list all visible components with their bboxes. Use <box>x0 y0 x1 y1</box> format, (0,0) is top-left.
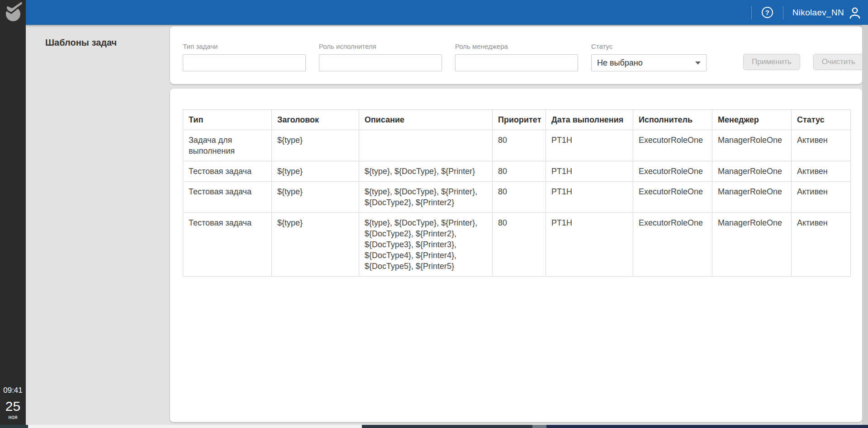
table-cell: ExecutorRoleOne <box>633 213 712 277</box>
table-cell: PT1H <box>546 161 633 182</box>
table-column-header: Исполнитель <box>633 110 712 130</box>
filter-manager-role: Роль менеджера <box>455 42 578 71</box>
task-type-input[interactable] <box>183 54 306 71</box>
table-cell: ${type} <box>272 130 359 161</box>
taskbar-segment <box>28 425 362 428</box>
table-row[interactable]: Тестовая задача${type}${type}, ${DocType… <box>183 213 851 277</box>
clock-month: ноя <box>0 414 26 420</box>
table-cell: ${type}, ${DocType}, ${Printer}, ${DocTy… <box>359 213 493 277</box>
filter-status: Статус Не выбрано <box>591 42 707 71</box>
table-column-header: Статус <box>792 110 851 130</box>
table-cell: PT1H <box>546 213 633 277</box>
table-cell: PT1H <box>546 182 633 213</box>
username-label: Nikolaev_NN <box>792 8 844 18</box>
status-select-value: Не выбрано <box>597 58 643 68</box>
taskbar[interactable] <box>0 425 868 428</box>
filter-panel: Тип задачи Роль исполнителя Роль менедже… <box>170 26 862 84</box>
apply-button[interactable]: Применить <box>743 54 800 70</box>
templates-table-panel: ТипЗаголовокОписаниеПриоритетДата выполн… <box>170 89 862 422</box>
table-column-header: Тип <box>183 110 272 130</box>
filter-executor-role-label: Роль исполнителя <box>319 42 442 50</box>
topbar: ? Nikolaev_NN <box>26 0 868 25</box>
table-cell: ManagerRoleOne <box>712 130 792 161</box>
table-column-header: Менеджер <box>712 110 792 130</box>
vertical-scrollbar[interactable] <box>862 25 868 425</box>
table-cell: 80 <box>493 213 546 277</box>
table-cell: ManagerRoleOne <box>712 161 792 182</box>
table-row[interactable]: Тестовая задача${type}${type}, ${DocType… <box>183 161 851 182</box>
table-row[interactable]: Задача для выполнения${type}80PT1HExecut… <box>183 130 851 161</box>
filter-task-type-label: Тип задачи <box>183 42 306 50</box>
templates-table: ТипЗаголовокОписаниеПриоритетДата выполн… <box>183 109 851 277</box>
taskbar-segment <box>546 425 868 428</box>
app-logo[interactable] <box>0 0 26 25</box>
table-cell: ExecutorRoleOne <box>633 161 712 182</box>
table-cell: ExecutorRoleOne <box>633 130 712 161</box>
table-cell: 80 <box>493 130 546 161</box>
chevron-down-icon <box>695 61 701 65</box>
table-cell: ${type} <box>272 213 359 277</box>
table-cell: ${type} <box>272 182 359 213</box>
table-cell: ${type} <box>272 161 359 182</box>
table-cell: Активен <box>792 213 851 277</box>
table-cell: Активен <box>792 182 851 213</box>
status-select[interactable]: Не выбрано <box>591 54 707 71</box>
manager-role-input[interactable] <box>455 54 578 71</box>
taskbar-segment <box>362 425 532 428</box>
table-cell: ${type}, ${DocType}, ${Printer}, ${DocTy… <box>359 182 493 213</box>
sberbank-logo-icon <box>3 2 23 23</box>
table-cell: Тестовая задача <box>183 182 272 213</box>
table-column-header: Приоритет <box>493 110 546 130</box>
filter-status-label: Статус <box>591 42 707 50</box>
filter-task-type: Тип задачи <box>183 42 306 71</box>
taskbar-segment <box>0 425 28 428</box>
table-cell: Тестовая задача <box>183 161 272 182</box>
table-cell: ManagerRoleOne <box>712 182 792 213</box>
topbar-divider <box>751 6 752 19</box>
table-cell: Задача для выполнения <box>183 130 272 161</box>
clock-time: 09:41 <box>0 386 26 395</box>
person-icon <box>849 6 861 19</box>
table-column-header: Описание <box>359 110 493 130</box>
table-cell: 80 <box>493 161 546 182</box>
table-cell: ManagerRoleOne <box>712 213 792 277</box>
table-cell: PT1H <box>546 130 633 161</box>
filter-executor-role: Роль исполнителя <box>319 42 442 71</box>
table-cell <box>359 130 493 161</box>
clear-button[interactable]: Очистить <box>813 54 864 70</box>
table-column-header: Заголовок <box>272 110 359 130</box>
table-cell: ${type}, ${DocType}, ${Printer} <box>359 161 493 182</box>
table-cell: Активен <box>792 161 851 182</box>
table-cell: Тестовая задача <box>183 213 272 277</box>
clock: 09:41 25 ноя <box>0 386 26 420</box>
taskbar-segment <box>532 425 546 428</box>
table-cell: Активен <box>792 130 851 161</box>
table-column-header: Дата выполнения <box>546 110 633 130</box>
table-cell: ExecutorRoleOne <box>633 182 712 213</box>
clock-day: 25 <box>0 400 26 413</box>
table-cell: 80 <box>493 182 546 213</box>
left-rail: 09:41 25 ноя <box>0 0 26 425</box>
table-row[interactable]: Тестовая задача${type}${type}, ${DocType… <box>183 182 851 213</box>
help-icon[interactable]: ? <box>762 7 773 18</box>
executor-role-input[interactable] <box>319 54 442 71</box>
user-menu[interactable]: Nikolaev_NN <box>783 6 868 19</box>
page-title: Шаблоны задач <box>45 38 117 48</box>
table-header-row: ТипЗаголовокОписаниеПриоритетДата выполн… <box>183 110 851 130</box>
table-body: Задача для выполнения${type}80PT1HExecut… <box>183 130 851 277</box>
main-content: Шаблоны задач Тип задачи Роль исполнител… <box>26 25 868 425</box>
filter-manager-role-label: Роль менеджера <box>455 42 578 50</box>
